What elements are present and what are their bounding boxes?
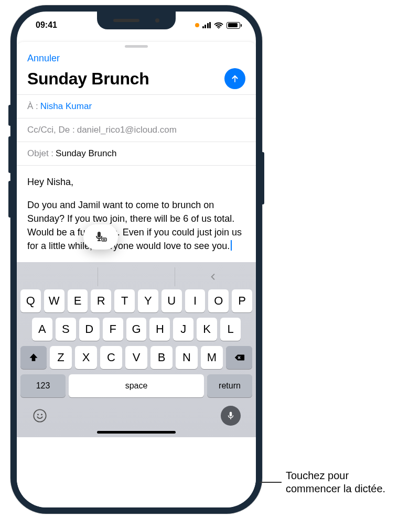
key-row-bottom: 123 space return	[19, 374, 253, 403]
mic-keyboard-icon	[94, 231, 107, 243]
side-button-vol-up	[8, 136, 12, 173]
key-u[interactable]: U	[161, 289, 182, 312]
side-button-vol-down	[8, 181, 12, 218]
key-x[interactable]: X	[75, 346, 97, 369]
key-row-1: Q W E R T Y U I O P	[19, 289, 253, 318]
key-n[interactable]: N	[176, 346, 198, 369]
to-label: À :	[27, 101, 38, 112]
text-cursor	[231, 240, 232, 251]
from-address: daniel_rico1@icloud.com	[77, 125, 177, 135]
key-d[interactable]: D	[79, 318, 100, 341]
callout: Touchez pour commencer la dictée.	[260, 469, 385, 495]
to-field[interactable]: À : Nisha Kumar	[17, 94, 256, 118]
prediction-bar	[19, 267, 253, 289]
key-t[interactable]: T	[114, 289, 135, 312]
cancel-button[interactable]: Annuler	[27, 50, 60, 68]
arrow-up-icon	[230, 73, 240, 84]
key-f[interactable]: F	[103, 318, 123, 341]
shift-icon	[28, 352, 39, 363]
subject-label: Objet :	[27, 148, 53, 159]
key-j[interactable]: J	[173, 318, 193, 341]
key-i[interactable]: I	[185, 289, 206, 312]
dictation-pill[interactable]	[83, 224, 118, 250]
chevron-left-icon	[208, 272, 218, 282]
prediction-collapse[interactable]	[175, 267, 251, 286]
message-body[interactable]: Hey Nisha, Do you and Jamil want to come…	[17, 166, 256, 262]
side-button-right	[261, 152, 264, 204]
key-y[interactable]: Y	[138, 289, 158, 312]
key-g[interactable]: G	[126, 318, 147, 341]
key-r[interactable]: R	[91, 289, 111, 312]
status-icons	[195, 21, 241, 29]
key-q[interactable]: Q	[20, 289, 41, 312]
svg-point-5	[41, 414, 42, 416]
to-recipient[interactable]: Nisha Kumar	[40, 101, 92, 112]
compose-title: Sunday Brunch	[27, 69, 149, 89]
screen: 09:41 Annuler Sunday Brunch À	[17, 12, 256, 507]
key-c[interactable]: C	[100, 346, 122, 369]
prediction-slot-2[interactable]	[98, 267, 175, 286]
callout-text: Touchez pour commencer la dictée.	[286, 469, 385, 495]
key-numbers[interactable]: 123	[20, 374, 66, 397]
cc-label: Cc/Cci, De :	[27, 125, 75, 135]
key-return[interactable]: return	[207, 374, 252, 397]
emoji-button[interactable]	[32, 408, 48, 424]
wifi-icon	[214, 21, 223, 29]
prediction-slot-1[interactable]	[21, 267, 98, 286]
recording-indicator-icon	[195, 23, 199, 27]
key-e[interactable]: E	[68, 289, 88, 312]
svg-rect-0	[102, 238, 106, 241]
battery-icon	[227, 22, 240, 29]
side-button-silence	[8, 105, 12, 126]
emoji-icon	[33, 408, 47, 423]
send-button[interactable]	[224, 68, 245, 89]
mic-icon	[226, 411, 235, 420]
status-time: 09:41	[36, 20, 57, 30]
key-h[interactable]: H	[149, 318, 170, 341]
delete-icon	[233, 352, 245, 363]
key-w[interactable]: W	[44, 289, 64, 312]
key-row-3: Z X C V B N M	[19, 346, 253, 374]
key-k[interactable]: K	[197, 318, 217, 341]
key-p[interactable]: P	[232, 289, 252, 312]
keyboard: Q W E R T Y U I O P A S D F G H	[17, 262, 256, 437]
key-l[interactable]: L	[220, 318, 241, 341]
key-delete[interactable]	[226, 346, 252, 369]
home-indicator[interactable]	[97, 431, 176, 434]
dictation-button[interactable]	[221, 406, 241, 426]
key-o[interactable]: O	[208, 289, 229, 312]
key-m[interactable]: M	[201, 346, 223, 369]
callout-leader-line	[260, 482, 282, 483]
svg-point-3	[34, 410, 46, 422]
svg-point-4	[37, 414, 39, 416]
key-row-2: A S D F G H J K L	[19, 318, 253, 346]
key-shift[interactable]	[20, 346, 47, 369]
cc-from-field[interactable]: Cc/Cci, De : daniel_rico1@icloud.com	[17, 118, 256, 142]
compose-sheet: Annuler Sunday Brunch À : Nisha Kumar Cc…	[17, 42, 256, 507]
subject-field[interactable]: Objet : Sunday Brunch	[17, 142, 256, 165]
phone-frame: 09:41 Annuler Sunday Brunch À	[10, 5, 262, 514]
body-greeting: Hey Nisha,	[27, 175, 245, 189]
key-s[interactable]: S	[56, 318, 76, 341]
subject-value: Sunday Brunch	[56, 148, 116, 159]
key-b[interactable]: B	[150, 346, 173, 369]
key-z[interactable]: Z	[50, 346, 72, 369]
notch	[97, 12, 176, 29]
body-main: Do you and Jamil want to come to brunch …	[27, 200, 242, 251]
key-space[interactable]: space	[69, 374, 204, 397]
cellular-icon	[202, 22, 211, 28]
key-a[interactable]: A	[32, 318, 52, 341]
key-v[interactable]: V	[125, 346, 147, 369]
